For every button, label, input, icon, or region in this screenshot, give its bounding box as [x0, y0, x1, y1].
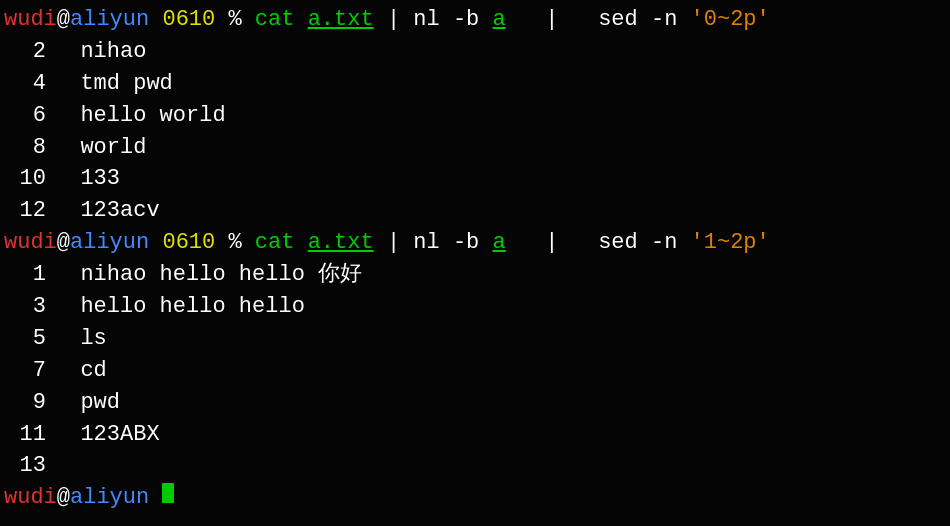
out-num-1-1: 2: [4, 36, 54, 68]
output-line-2-2: 3 hello hello hello: [0, 291, 950, 323]
cmd-pipe2-2: | sed -n: [506, 227, 691, 259]
prompt-user-1: wudi: [4, 4, 57, 36]
prompt-num-1: 0610: [162, 4, 215, 36]
cmd-pipe1-2: | nl -b: [374, 227, 493, 259]
cmd-arg-a-1: a: [493, 4, 506, 36]
out-num-1-3: 6: [4, 100, 54, 132]
command-line-3: wudi@aliyun: [0, 482, 950, 514]
out-text-1-2: tmd pwd: [54, 68, 173, 100]
prompt-user-2: wudi: [4, 227, 57, 259]
prompt-user-3: wudi: [4, 482, 57, 514]
cmd-quote-1: '0~2p': [691, 4, 770, 36]
cmd-file-2: a.txt: [308, 227, 374, 259]
prompt-host-3: aliyun: [70, 482, 149, 514]
cmd-quote-2: '1~2p': [691, 227, 770, 259]
prompt-host-1: aliyun: [70, 4, 149, 36]
output-line-2-6: 11 123ABX: [0, 419, 950, 451]
cmd-cat-1: cat: [242, 4, 308, 36]
output-line-2-3: 5 ls: [0, 323, 950, 355]
output-line-2-7: 13: [0, 450, 950, 482]
out-text-2-1: nihao hello hello 你好: [54, 259, 362, 291]
out-text-2-4: cd: [54, 355, 107, 387]
output-line-1-6: 12 123acv: [0, 195, 950, 227]
terminal: wudi@aliyun 0610 % cat a.txt | nl -b a |…: [0, 0, 950, 526]
out-num-1-5: 10: [4, 163, 54, 195]
output-line-1-3: 6 hello world: [0, 100, 950, 132]
out-num-2-5: 9: [4, 387, 54, 419]
cmd-pipe1-1: | nl -b: [374, 4, 493, 36]
cmd-pipe2-1: | sed -n: [506, 4, 691, 36]
prompt-host-2: aliyun: [70, 227, 149, 259]
cmd-cat-2: cat: [242, 227, 308, 259]
out-text-1-4: world: [54, 132, 146, 164]
prompt-space-1: [149, 4, 162, 36]
out-text-1-3: hello world: [54, 100, 226, 132]
prompt-at-2: @: [57, 227, 70, 259]
output-line-2-4: 7 cd: [0, 355, 950, 387]
prompt-space-2: [149, 227, 162, 259]
output-line-2-1: 1 nihao hello hello 你好: [0, 259, 950, 291]
out-num-2-2: 3: [4, 291, 54, 323]
cursor[interactable]: [162, 483, 174, 503]
cmd-arg-a-2: a: [493, 227, 506, 259]
out-num-2-1: 1: [4, 259, 54, 291]
out-num-1-6: 12: [4, 195, 54, 227]
out-text-2-6: 123ABX: [54, 419, 160, 451]
command-line-1: wudi@aliyun 0610 % cat a.txt | nl -b a |…: [0, 4, 950, 36]
cmd-file-1: a.txt: [308, 4, 374, 36]
out-num-2-3: 5: [4, 323, 54, 355]
output-line-1-2: 4 tmd pwd: [0, 68, 950, 100]
out-text-1-6: 123acv: [54, 195, 160, 227]
out-num-2-6: 11: [4, 419, 54, 451]
out-text-2-2: hello hello hello: [54, 291, 305, 323]
out-num-1-4: 8: [4, 132, 54, 164]
out-text-2-3: ls: [54, 323, 107, 355]
prompt-percent-2: %: [215, 227, 241, 259]
output-line-1-5: 10 133: [0, 163, 950, 195]
output-line-2-5: 9 pwd: [0, 387, 950, 419]
prompt-at-1: @: [57, 4, 70, 36]
out-num-2-4: 7: [4, 355, 54, 387]
out-text-1-1: nihao: [54, 36, 146, 68]
out-text-1-5: 133: [54, 163, 120, 195]
out-num-2-7: 13: [4, 450, 54, 482]
prompt-num-2: 0610: [162, 227, 215, 259]
prompt-at-3: @: [57, 482, 70, 514]
output-line-1-1: 2 nihao: [0, 36, 950, 68]
prompt-space-3: [149, 482, 162, 514]
command-line-2: wudi@aliyun 0610 % cat a.txt | nl -b a |…: [0, 227, 950, 259]
out-num-1-2: 4: [4, 68, 54, 100]
out-text-2-5: pwd: [54, 387, 120, 419]
output-line-1-4: 8 world: [0, 132, 950, 164]
prompt-percent-1: %: [215, 4, 241, 36]
